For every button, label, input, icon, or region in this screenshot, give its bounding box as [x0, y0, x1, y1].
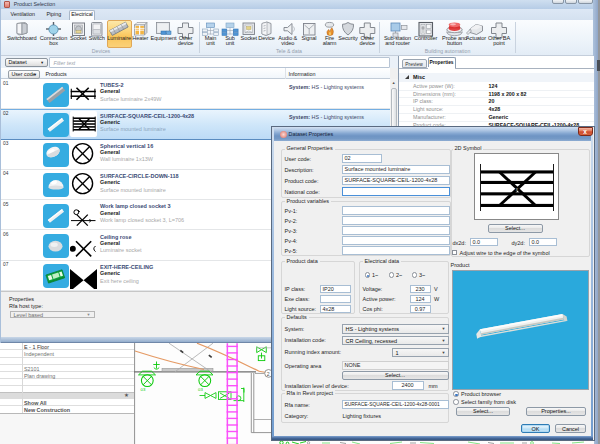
svg-text:03: 03 — [141, 387, 146, 392]
svg-text:03: 03 — [198, 387, 203, 392]
svg-text:2: 2 — [267, 371, 270, 377]
